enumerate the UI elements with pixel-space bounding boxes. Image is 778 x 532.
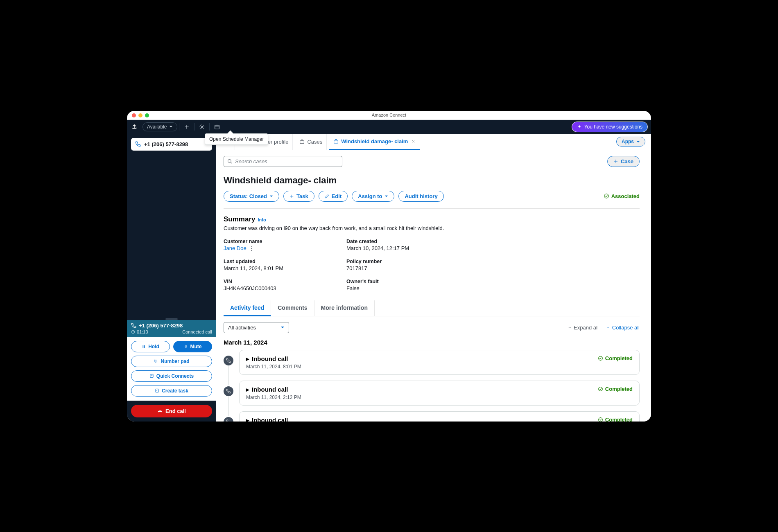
svg-point-8: [157, 360, 158, 361]
subtab-activity-feed[interactable]: Activity feed: [224, 300, 271, 316]
bookmark-icon: [149, 374, 154, 378]
app-logo-icon[interactable]: [130, 123, 138, 131]
numpad-label: Number pad: [161, 358, 189, 364]
search-input[interactable]: Search cases: [224, 156, 342, 167]
customer-name-label: Customer name: [224, 239, 346, 244]
search-placeholder: Search cases: [235, 158, 267, 165]
timeline-card[interactable]: ▸Inbound call March 11, 2024, 8:01 PM Co…: [239, 350, 640, 375]
create-task-label: Create task: [162, 388, 188, 394]
quick-connects-button[interactable]: Quick Connects: [131, 370, 212, 382]
caret-down-icon: [169, 125, 173, 128]
item-title: Inbound call: [252, 417, 288, 422]
associated-label: Associated: [611, 193, 640, 199]
sidebar: +1 (206) 577-8298 +1 (206) 577-8298 01:1…: [127, 134, 216, 422]
contact-chip[interactable]: +1 (206) 577-8298: [131, 138, 212, 151]
edit-button[interactable]: Edit: [319, 191, 348, 202]
svg-point-11: [157, 361, 158, 362]
dialpad-icon: [154, 359, 158, 363]
item-title: Inbound call: [252, 355, 288, 362]
close-tab-icon[interactable]: [411, 139, 416, 144]
agent-status-dropdown[interactable]: Available: [142, 122, 177, 131]
tab-cases-label: Cases: [307, 139, 322, 145]
tab-active-case[interactable]: Windshield damage- claim: [329, 134, 420, 150]
audit-history-button[interactable]: Audit history: [398, 191, 443, 202]
svg-rect-16: [300, 140, 304, 143]
caret-down-icon: [636, 140, 640, 144]
disclosure-icon[interactable]: ▸: [246, 386, 249, 393]
call-status: Connected call: [182, 329, 212, 334]
create-task-button[interactable]: Create task: [131, 385, 212, 397]
svg-point-7: [156, 360, 156, 361]
phone-badge-icon: [224, 356, 233, 365]
end-call-button[interactable]: End call: [131, 405, 212, 417]
divider: [224, 208, 640, 209]
disclosure-icon[interactable]: ▸: [246, 417, 249, 422]
hold-label: Hold: [148, 344, 159, 349]
associated-badge: Associated: [604, 193, 640, 199]
numpad-button[interactable]: Number pad: [131, 356, 212, 367]
settings-button[interactable]: [196, 124, 208, 130]
check-circle-icon: [598, 356, 603, 361]
status-label: Completed: [605, 417, 633, 422]
caret-down-icon: [269, 194, 273, 198]
timeline-item: ▸Inbound call March 11, 2024, 2:12 PM Co…: [224, 381, 640, 406]
pencil-icon: [325, 194, 329, 198]
phone-icon: [135, 141, 141, 147]
clock-icon: [131, 330, 135, 334]
status-dropdown[interactable]: Status: Closed: [224, 191, 279, 202]
plus-icon: [289, 194, 294, 198]
svg-point-9: [154, 361, 155, 362]
drag-handle[interactable]: [165, 318, 178, 320]
timeline-item: ▸Inbound call March 11, 2024, 2:11 PM Co…: [224, 411, 640, 422]
minimize-window-icon[interactable]: [138, 113, 142, 117]
suggestions-label: You have new suggestions: [584, 124, 642, 130]
assign-dropdown[interactable]: Assign to: [352, 191, 394, 202]
timeline-item: ▸Inbound call March 11, 2024, 8:01 PM Co…: [224, 350, 640, 375]
caret-down-icon: [384, 194, 388, 198]
activity-timeline: ▸Inbound call March 11, 2024, 8:01 PM Co…: [224, 350, 640, 422]
summary-text: Customer was driving on i90 on the way b…: [224, 225, 640, 231]
timeline-card[interactable]: ▸Inbound call March 11, 2024, 2:11 PM Co…: [239, 411, 640, 422]
info-link[interactable]: Info: [258, 217, 266, 222]
phone-badge-icon: [224, 417, 233, 422]
filter-selected: All activities: [228, 325, 256, 331]
subtab-more-info[interactable]: More information: [314, 300, 375, 316]
window-titlebar: Amazon Connect: [127, 111, 651, 120]
svg-rect-4: [144, 345, 145, 348]
timeline-card[interactable]: ▸Inbound call March 11, 2024, 2:12 PM Co…: [239, 381, 640, 406]
maximize-window-icon[interactable]: [145, 113, 149, 117]
check-circle-icon: [598, 417, 603, 422]
collapse-all-button[interactable]: Collapse all: [606, 325, 640, 331]
expand-label: Expand all: [574, 325, 599, 331]
app-topbar: Available You have new suggestions: [127, 120, 651, 134]
add-button[interactable]: [181, 124, 192, 130]
mute-button[interactable]: Mute: [173, 341, 212, 352]
more-menu-icon[interactable]: ⋮: [249, 245, 255, 251]
chevron-down-icon: [568, 325, 572, 330]
tooltip-text: Open Schedule Manager: [209, 136, 264, 142]
tab-active-label: Windshield damage- claim: [341, 138, 408, 144]
quick-label: Quick Connects: [156, 373, 194, 379]
new-case-button[interactable]: Case: [607, 156, 640, 167]
customer-name-value[interactable]: Jane Doe⋮: [224, 245, 346, 251]
expand-all-button[interactable]: Expand all: [568, 325, 599, 331]
close-window-icon[interactable]: [132, 113, 136, 117]
subtab-bar: Activity feed Comments More information: [224, 300, 640, 316]
item-time: March 11, 2024, 8:01 PM: [246, 364, 301, 370]
svg-point-19: [604, 194, 608, 198]
active-call-header: +1 (206) 577-8298 01:10 Connected call: [127, 320, 216, 337]
fault-value: False: [346, 285, 469, 291]
schedule-button[interactable]: [211, 124, 223, 130]
apps-dropdown[interactable]: Apps: [616, 137, 645, 147]
activity-filter-select[interactable]: All activities: [224, 322, 289, 333]
hold-button[interactable]: Hold: [131, 341, 170, 352]
svg-rect-17: [334, 140, 338, 143]
edit-label: Edit: [332, 193, 342, 199]
suggestions-button[interactable]: You have new suggestions: [572, 122, 648, 132]
disclosure-icon[interactable]: ▸: [246, 355, 249, 363]
mic-icon: [184, 345, 188, 349]
window-title: Amazon Connect: [127, 113, 651, 117]
subtab-comments[interactable]: Comments: [271, 300, 314, 316]
tab-cases[interactable]: Cases: [295, 134, 327, 150]
add-task-button[interactable]: Task: [283, 191, 314, 202]
